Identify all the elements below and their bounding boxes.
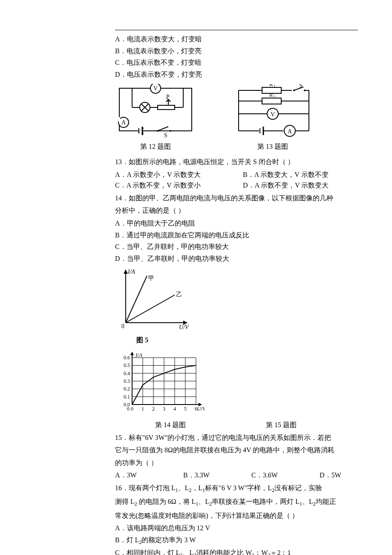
svg-line-65 [126,295,175,323]
figure-14-inner-label: 图 5 [115,335,358,346]
q14-stem-2: 分析中，正确的是（ ） [115,205,358,216]
svg-text:V: V [271,111,275,118]
svg-text:0.1: 0.1 [124,393,130,399]
horizontal-rule [115,30,358,30]
svg-text:0.5: 0.5 [124,362,130,368]
q13-stem: 13．如图所示的电路，电源电压恒定，当开关 S 闭合时（ ） [115,156,358,168]
svg-line-63 [126,276,147,323]
q13-option-b: B．A 示数变大，V 示数不变 [243,169,329,180]
q16-stem-2: 测得 L2 的电阻为 6Ω，将 L1、L2串联接在某一电路中，两灯 L1、L2均… [115,496,358,508]
q12-option-d: D．电压表示数不变，灯变亮 [115,69,358,80]
svg-text:S: S [164,132,167,139]
q15-option-a: A．3W [115,470,183,481]
svg-line-17 [158,127,168,131]
svg-text:0.2: 0.2 [124,386,130,392]
svg-text:U/V: U/V [179,324,189,330]
svg-text:R: R [269,84,273,87]
q13-option-c: C．A 示数不变，V 示数变小 [115,180,243,191]
svg-text:V: V [153,85,158,92]
figure-12: V P A S [115,84,196,152]
svg-text:S: S [299,84,303,89]
q16-option-a: A．该电路两端的总电压为 12 V [115,523,358,534]
svg-text:R: R [269,92,273,98]
q16-stem-3: 常发光(忽略温度对电阻的影响)，下列计算结果正确的是（ ） [115,510,358,521]
svg-rect-43 [262,98,281,104]
svg-text:0.3: 0.3 [124,378,130,384]
q16-option-c: C．相同时间内，灯 L1、L2消耗的电能之比 W1：W2＝2：1 [115,547,358,555]
svg-text:A: A [121,119,126,126]
q14-option-b: B．通过甲的电流跟加在它两端的电压成反比 [115,230,358,241]
svg-rect-0 [119,88,192,131]
q15-options: A．3W B．3.3W C．3.6W D．5W [115,470,358,481]
q15-option-d: D．5W [320,470,341,481]
q13-option-d: D．A 示数不变，V 示数变大 [243,180,329,191]
svg-text:乙: 乙 [176,291,182,298]
q14-option-a: A．甲的电阻大于乙的电阻 [115,218,358,229]
svg-text:1: 1 [141,406,144,412]
caption-row-14-15: 第 14 题图 第 15 题图 [115,419,358,431]
svg-text:0: 0 [121,323,124,330]
q13-option-a: A．A 示数变小，V 示数变大 [115,169,243,180]
svg-text:5: 5 [184,406,187,412]
q15-stem-3: 的功率为（ ） [115,457,358,468]
svg-text:1: 1 [274,84,276,88]
circuit-13-svg: S R1 R2 V A [230,84,315,139]
figure-14-graph1: I/A U/V 0 甲 乙 图 5 [115,267,358,345]
q13-options-row2: C．A 示数不变，V 示数变小 D．A 示数不变，V 示数变大 [115,180,358,191]
q12-option-a: A．电流表示数变大，灯变暗 [115,34,358,45]
svg-text:P: P [166,94,170,100]
q16-stem-1: 16．现有两个灯泡 L1、L2，L1标有"6 V 3 W"字样，L2没有标记，实… [115,483,358,494]
svg-rect-9 [158,105,175,110]
q14-stem-1: 14．如图的甲、乙两电阻的电流与电压的关系图像，以下根据图像的几种 [115,193,358,204]
svg-text:I/A: I/A [127,269,135,275]
q12-option-c: C．电压表示数不变，灯变暗 [115,57,358,68]
q15-option-b: B．3.3W [183,470,251,481]
svg-text:4: 4 [173,406,176,412]
svg-text:0.4: 0.4 [124,370,130,376]
figure-14-caption: 第 14 题图 [115,419,226,431]
svg-text:3: 3 [163,406,165,412]
figure-12-caption: 第 12 题图 [140,141,171,152]
q13-options-row1: A．A 示数变小，V 示数变大 B．A 示数变大，V 示数不变 [115,169,358,180]
figure-15-caption: 第 15 题图 [226,419,337,431]
figure-row-12-13: V P A S [115,84,358,152]
svg-text:0.6: 0.6 [124,355,130,361]
svg-text:2: 2 [274,95,276,99]
q14-option-d: D．当甲、乙串联时，甲的电功率较大 [115,253,358,264]
svg-text:U/V: U/V [197,405,205,412]
figure-13: S R1 R2 V A 第 13 题图 [230,84,315,152]
figure-15-graph: 01234560.00.10.20.30.40.50.6I/AU/V0 [115,349,358,416]
q16-option-b: B．灯 L2的额定功率为 3 W [115,535,358,546]
q15-stem-1: 15．标有"6V 3W"的小灯泡，通过它的电流与电压的关系如图所示．若把 [115,432,358,443]
figure-13-caption: 第 13 题图 [257,141,288,152]
q15-option-c: C．3.6W [251,470,320,481]
svg-text:A: A [288,128,292,135]
svg-text:甲: 甲 [148,275,154,281]
q12-option-b: B．电流表示数变小，灯变亮 [115,46,358,57]
circuit-12-svg: V P A S [115,84,196,139]
q15-stem-2: 它与一只阻值为 8Ω的电阻并联接在电压为 4V 的电路中，则整个电路消耗 [115,445,358,456]
svg-text:0: 0 [131,406,133,412]
q14-option-c: C．当甲、乙并联时，甲的电功率较大 [115,241,358,252]
svg-text:0: 0 [127,406,130,412]
svg-text:2: 2 [152,406,155,412]
svg-text:I/A: I/A [135,352,142,358]
